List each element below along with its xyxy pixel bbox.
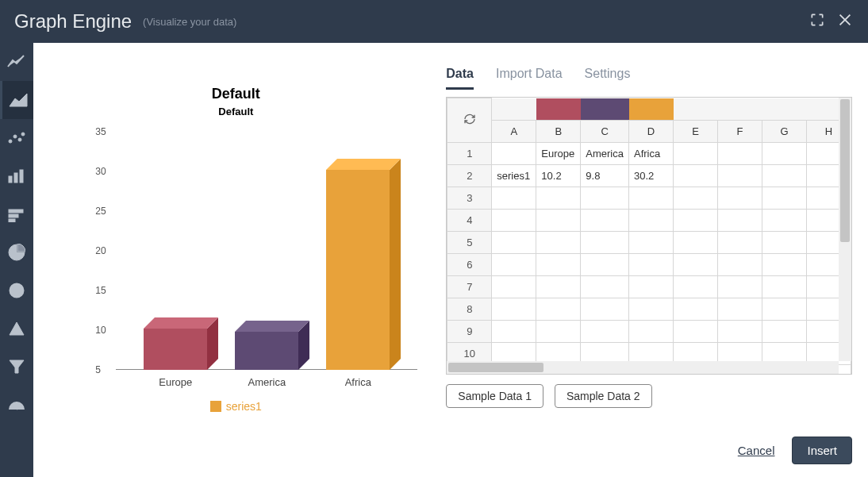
area-chart-icon[interactable] xyxy=(0,81,33,119)
cell-F7[interactable] xyxy=(718,276,762,298)
sheet-refresh-icon[interactable] xyxy=(447,98,492,143)
cell-A8[interactable] xyxy=(492,298,536,321)
col-header-G[interactable]: G xyxy=(762,121,807,143)
bar-chart-icon[interactable] xyxy=(0,157,33,195)
stacked-bar-icon[interactable] xyxy=(0,195,33,233)
cell-A9[interactable] xyxy=(492,321,536,343)
col-header-A[interactable]: A xyxy=(492,121,536,143)
pie-chart-icon[interactable] xyxy=(0,233,33,271)
cell-A2[interactable]: series1 xyxy=(492,165,536,187)
cell-B7[interactable] xyxy=(536,276,581,298)
cell-D5[interactable] xyxy=(629,232,674,254)
cell-C1[interactable]: America xyxy=(581,143,629,165)
cell-D3[interactable] xyxy=(629,187,674,210)
cell-F5[interactable] xyxy=(718,232,762,254)
row-header-9[interactable]: 9 xyxy=(447,321,492,343)
cell-G2[interactable] xyxy=(762,165,807,187)
row-header-3[interactable]: 3 xyxy=(447,187,492,210)
row-header-1[interactable]: 1 xyxy=(447,143,492,165)
cell-G9[interactable] xyxy=(762,321,807,343)
cell-F1[interactable] xyxy=(718,143,762,165)
cell-B8[interactable] xyxy=(536,298,581,321)
sample-data-2-button[interactable]: Sample Data 2 xyxy=(555,384,652,408)
fullscreen-icon[interactable] xyxy=(809,12,825,31)
cell-D2[interactable]: 30.2 xyxy=(629,165,674,187)
tab-import-data[interactable]: Import Data xyxy=(496,67,563,90)
row-header-8[interactable]: 8 xyxy=(447,298,492,321)
row-header-4[interactable]: 4 xyxy=(447,210,492,232)
cell-G8[interactable] xyxy=(762,298,807,321)
cell-E7[interactable] xyxy=(674,276,718,298)
cell-C6[interactable] xyxy=(581,254,629,276)
row-header-7[interactable]: 7 xyxy=(447,276,492,298)
cancel-button[interactable]: Cancel xyxy=(738,444,775,457)
row-header-5[interactable]: 5 xyxy=(447,232,492,254)
cell-B1[interactable]: Europe xyxy=(536,143,581,165)
row-header-6[interactable]: 6 xyxy=(447,254,492,276)
cell-D4[interactable] xyxy=(629,210,674,232)
cell-E2[interactable] xyxy=(674,165,718,187)
cell-C4[interactable] xyxy=(581,210,629,232)
cell-C3[interactable] xyxy=(581,187,629,210)
cell-F9[interactable] xyxy=(718,321,762,343)
cell-E4[interactable] xyxy=(674,210,718,232)
cell-E8[interactable] xyxy=(674,298,718,321)
cell-C9[interactable] xyxy=(581,321,629,343)
cell-C8[interactable] xyxy=(581,298,629,321)
cell-A6[interactable] xyxy=(492,254,536,276)
cell-E1[interactable] xyxy=(674,143,718,165)
col-header-B[interactable]: B xyxy=(536,121,581,143)
cell-E6[interactable] xyxy=(674,254,718,276)
cell-F6[interactable] xyxy=(718,254,762,276)
donut-chart-icon[interactable] xyxy=(0,271,33,310)
tab-settings[interactable]: Settings xyxy=(585,67,631,90)
cell-C7[interactable] xyxy=(581,276,629,298)
cell-A7[interactable] xyxy=(492,276,536,298)
cell-A5[interactable] xyxy=(492,232,536,254)
col-header-F[interactable]: F xyxy=(718,121,762,143)
gauge-icon[interactable] xyxy=(0,386,33,424)
cell-C5[interactable] xyxy=(581,232,629,254)
cell-G7[interactable] xyxy=(762,276,807,298)
col-header-C[interactable]: C xyxy=(581,121,629,143)
cell-D7[interactable] xyxy=(629,276,674,298)
cell-B5[interactable] xyxy=(536,232,581,254)
cell-F2[interactable] xyxy=(718,165,762,187)
cell-F8[interactable] xyxy=(718,298,762,321)
sheet-vertical-scrollbar[interactable] xyxy=(839,98,851,361)
sample-data-1-button[interactable]: Sample Data 1 xyxy=(446,384,543,408)
cell-F3[interactable] xyxy=(718,187,762,210)
cell-G5[interactable] xyxy=(762,232,807,254)
col-header-E[interactable]: E xyxy=(674,121,718,143)
cell-D6[interactable] xyxy=(629,254,674,276)
cell-B9[interactable] xyxy=(536,321,581,343)
data-sheet[interactable]: ABCDEFGH1EuropeAmericaAfrica2series110.2… xyxy=(446,97,852,375)
cell-B6[interactable] xyxy=(536,254,581,276)
cell-G4[interactable] xyxy=(762,210,807,232)
line-chart-icon[interactable] xyxy=(0,43,33,81)
tab-data[interactable]: Data xyxy=(446,67,474,90)
cell-D8[interactable] xyxy=(629,298,674,321)
cell-G1[interactable] xyxy=(762,143,807,165)
insert-button[interactable]: Insert xyxy=(792,437,852,464)
cell-B2[interactable]: 10.2 xyxy=(536,165,581,187)
cell-G6[interactable] xyxy=(762,254,807,276)
cell-F4[interactable] xyxy=(718,210,762,232)
cell-A4[interactable] xyxy=(492,210,536,232)
cell-E3[interactable] xyxy=(674,187,718,210)
cell-E5[interactable] xyxy=(674,232,718,254)
col-header-D[interactable]: D xyxy=(629,121,674,143)
cell-A1[interactable] xyxy=(492,143,536,165)
cell-G3[interactable] xyxy=(762,187,807,210)
pyramid-up-icon[interactable] xyxy=(0,310,33,348)
row-header-2[interactable]: 2 xyxy=(447,165,492,187)
cell-E9[interactable] xyxy=(674,321,718,343)
cell-D1[interactable]: Africa xyxy=(629,143,674,165)
cell-A3[interactable] xyxy=(492,187,536,210)
cell-C2[interactable]: 9.8 xyxy=(581,165,629,187)
sheet-horizontal-scrollbar[interactable] xyxy=(447,361,839,374)
scatter-chart-icon[interactable] xyxy=(0,119,33,157)
cell-B4[interactable] xyxy=(536,210,581,232)
cell-D9[interactable] xyxy=(629,321,674,343)
funnel-icon[interactable] xyxy=(0,348,33,386)
